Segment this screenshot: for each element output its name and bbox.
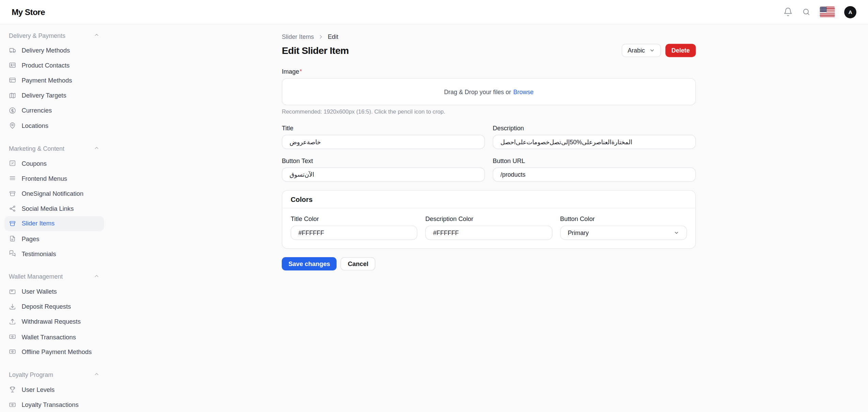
chevron-up-icon <box>94 274 100 280</box>
button-color-label: Button Color <box>560 216 687 222</box>
button-url-label: Button URL <box>493 158 696 164</box>
avatar[interactable]: A <box>844 6 856 18</box>
sidebar-item-currencies[interactable]: Currencies <box>4 103 104 118</box>
flag-canton <box>820 7 826 13</box>
topbar: My Store A <box>0 0 868 25</box>
browse-link[interactable]: Browse <box>513 88 534 95</box>
cancel-button[interactable]: Cancel <box>341 257 375 270</box>
sidebar-item-delivery-targets[interactable]: Delivery Targets <box>4 88 104 103</box>
save-changes-button[interactable]: Save changes <box>282 257 337 270</box>
sidebar-section-loyalty-program: Loyalty ProgramUser LevelsLoyalty Transa… <box>4 367 104 412</box>
chevron-down-icon <box>674 230 679 235</box>
page: My Store A Delivery & PaymentsDelivery M… <box>0 0 868 412</box>
download-icon <box>9 303 16 310</box>
sidebar-item-withdrawal-requests[interactable]: Withdrawal Requests <box>4 314 104 329</box>
credit-card-icon <box>9 77 16 84</box>
button-url-input[interactable] <box>493 167 696 182</box>
sidebar-section-header-loyalty-program[interactable]: Loyalty Program <box>4 367 104 382</box>
search-icon[interactable] <box>802 8 810 16</box>
title-input[interactable]: عروض خاصة <box>282 135 485 149</box>
sidebar-item-user-levels[interactable]: User Levels <box>4 382 104 397</box>
sidebar-section-label: Wallet Management <box>9 273 63 280</box>
sidebar-section-header-wallet-management[interactable]: Wallet Management <box>4 269 104 284</box>
sidebar-item-testimonials[interactable]: Testimonials <box>4 246 104 261</box>
delete-button[interactable]: Delete <box>665 44 696 57</box>
map-pin-icon <box>9 122 16 129</box>
button-text-label: Button Text <box>282 158 485 164</box>
image-field-label: Image* <box>282 68 696 75</box>
breadcrumb-slider-items[interactable]: Slider Items <box>282 33 314 40</box>
title-label: Title <box>282 125 485 132</box>
sidebar-item-locations[interactable]: Locations <box>4 118 104 133</box>
sidebar-item-label: Social Media Links <box>21 205 74 212</box>
sidebar-item-frontend-menus[interactable]: Frontend Menus <box>4 171 104 186</box>
title-color-field: Title Color <box>291 216 418 240</box>
button-color-value: Primary <box>568 230 589 236</box>
title-color-input[interactable] <box>291 225 418 240</box>
bell-icon[interactable] <box>783 7 793 17</box>
banknote-icon <box>9 333 16 340</box>
breadcrumb: Slider Items Edit <box>282 33 696 40</box>
button-color-select[interactable]: Primary <box>560 225 687 240</box>
topbar-right: A <box>783 6 856 18</box>
description-color-label: Description Color <box>425 216 553 222</box>
sidebar-item-delivery-methods[interactable]: Delivery Methods <box>4 43 104 58</box>
description-input[interactable]: احصل على خصومات تصل إلى 50% على العناصر … <box>493 135 696 149</box>
title-color-label: Title Color <box>291 216 418 222</box>
colors-card-heading: Colors <box>282 191 695 208</box>
button-text-field: Button Text تسوق الآن <box>282 158 485 182</box>
sidebar-item-label: Coupons <box>21 160 47 167</box>
sidebar-item-slider-items[interactable]: Slider Items <box>4 216 104 231</box>
description-color-field: Description Color <box>425 216 553 240</box>
sidebar-section-label: Marketing & Content <box>9 145 64 152</box>
description-label: Description <box>493 125 696 132</box>
banknote-icon <box>9 401 16 408</box>
main-content: Slider Items Edit Edit Slider Item Arabi… <box>282 25 696 271</box>
sidebar-item-user-wallets[interactable]: User Wallets <box>4 284 104 299</box>
share-icon <box>9 205 16 212</box>
button-color-field: Button Color Primary <box>560 216 687 240</box>
colors-card-body: Title Color Description Color Button Col… <box>282 208 695 248</box>
required-asterisk: * <box>300 68 302 74</box>
sidebar-item-coupons[interactable]: Coupons <box>4 156 104 171</box>
sidebar-item-label: User Levels <box>21 386 55 393</box>
wallet-icon <box>9 288 16 295</box>
sidebar-section-header-delivery-payments[interactable]: Delivery & Payments <box>4 28 104 43</box>
sidebar-item-onesignal-notification[interactable]: OneSignal Notification <box>4 186 104 201</box>
sidebar-item-offline-payment-methods[interactable]: Offline Payment Methods <box>4 344 104 359</box>
button-text-input[interactable]: تسوق الآن <box>282 167 485 182</box>
image-dropzone[interactable]: Drag & Drop your files or Browse <box>282 78 696 105</box>
chevron-right-icon <box>319 34 324 39</box>
chat-bubbles-icon <box>9 250 16 257</box>
description-color-input[interactable] <box>425 225 553 240</box>
breadcrumb-current: Edit <box>328 33 338 40</box>
colors-card: Colors Title Color Description Color But… <box>282 190 696 249</box>
sidebar-item-label: Offline Payment Methods <box>21 349 92 355</box>
sidebar-item-label: Currencies <box>21 107 52 114</box>
app-logo[interactable]: My Store <box>12 7 45 17</box>
sidebar-section-delivery-payments: Delivery & PaymentsDelivery MethodsProdu… <box>4 28 104 133</box>
sidebar-item-product-contacts[interactable]: Product Contacts <box>4 58 104 73</box>
sidebar-item-label: Delivery Targets <box>21 92 66 99</box>
sidebar-item-label: Wallet Transactions <box>21 334 76 340</box>
sidebar-item-wallet-transactions[interactable]: Wallet Transactions <box>4 329 104 344</box>
sidebar-item-pages[interactable]: Pages <box>4 231 104 246</box>
sidebar-item-label: Slider Items <box>21 220 55 227</box>
sidebar-section-header-marketing-content[interactable]: Marketing & Content <box>4 141 104 156</box>
dropzone-text: Drag & Drop your files or <box>444 88 511 95</box>
sidebar-item-label: Delivery Methods <box>21 47 70 54</box>
sidebar-item-deposit-requests[interactable]: Deposit Requests <box>4 299 104 314</box>
contact-card-icon <box>9 62 16 69</box>
language-selector[interactable]: Arabic <box>622 44 661 57</box>
sidebar-item-label: Pages <box>21 235 39 242</box>
archive-box-icon <box>9 190 16 197</box>
sidebar-section-label: Delivery & Payments <box>9 32 65 39</box>
sidebar-item-social-media-links[interactable]: Social Media Links <box>4 201 104 216</box>
sidebar-item-loyalty-transactions[interactable]: Loyalty Transactions <box>4 397 104 412</box>
sidebar-item-payment-methods[interactable]: Payment Methods <box>4 73 104 88</box>
page-title: Edit Slider Item <box>282 45 349 56</box>
sidebar-item-label: Withdrawal Requests <box>21 318 80 325</box>
archive-box-icon <box>9 220 16 227</box>
sidebar-item-label: Frontend Menus <box>21 175 67 182</box>
us-flag-icon[interactable] <box>820 7 835 17</box>
